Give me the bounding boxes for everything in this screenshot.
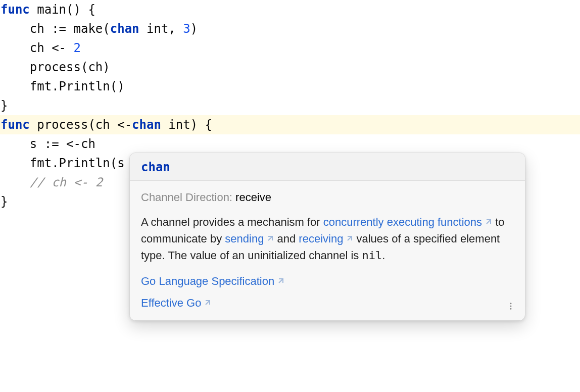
channel-direction-label: Channel Direction: <box>141 191 232 204</box>
link-sending[interactable]: sending <box>225 232 274 245</box>
code-text: ) <box>190 22 198 36</box>
code-line[interactable]: } <box>0 96 580 115</box>
number-literal: 3 <box>183 22 190 36</box>
popup-description: A channel provides a mechanism for concu… <box>141 214 514 264</box>
keyword-chan: chan <box>110 22 139 36</box>
code-text: process(ch <- <box>30 118 132 132</box>
channel-direction-value: receive <box>235 191 271 204</box>
code-editor[interactable]: func main() { ch := make(chan int, 3) ch… <box>0 0 580 211</box>
code-line[interactable]: ch <- 2 <box>0 38 580 58</box>
code-line[interactable]: s := <-ch <box>0 134 580 154</box>
code-line[interactable]: ch := make(chan int, 3) <box>0 19 580 38</box>
comment: // ch <- 2 <box>1 175 103 189</box>
external-link-icon <box>345 231 353 239</box>
keyword-func: func <box>1 3 30 17</box>
desc-text: . <box>382 249 385 262</box>
code-text: } <box>1 194 8 209</box>
link-receiving[interactable]: receiving <box>299 232 353 245</box>
external-link-icon <box>276 273 284 281</box>
kebab-menu-icon <box>506 302 515 311</box>
code-text: main() { <box>30 3 95 17</box>
keyword-func: func <box>1 118 30 132</box>
code-text: fmt.Println(s <box>1 156 125 170</box>
link-concurrent-functions[interactable]: concurrently executing functions <box>323 216 492 228</box>
popup-body: Channel Direction: receive A channel pro… <box>130 181 525 320</box>
code-text: fmt.Println() <box>1 79 125 93</box>
code-text: ch <- <box>1 41 74 55</box>
code-line[interactable]: func main() { <box>0 0 580 19</box>
desc-text: and <box>277 232 299 245</box>
code-line[interactable]: process(ch) <box>0 58 580 77</box>
number-literal: 2 <box>74 41 81 55</box>
external-link-icon <box>266 231 274 239</box>
svg-point-1 <box>510 306 512 307</box>
popup-title: chan <box>141 160 170 174</box>
code-text: } <box>1 99 8 113</box>
code-text: int) { <box>161 118 212 132</box>
link-go-spec[interactable]: Go Language Specification <box>141 273 514 289</box>
keyword-chan: chan <box>132 118 161 132</box>
code-text: ch := make( <box>1 22 110 36</box>
external-link-icon <box>203 295 211 303</box>
external-link-icon <box>484 214 492 222</box>
link-effective-go[interactable]: Effective Go <box>141 295 514 311</box>
code-text: int, <box>139 22 183 36</box>
code-line-highlighted[interactable]: func process(ch <-chan int) { <box>0 115 580 134</box>
code-line[interactable]: fmt.Println() <box>0 77 580 96</box>
more-options-button[interactable] <box>504 299 518 313</box>
nil-literal: nil <box>362 249 382 262</box>
quick-doc-popup: chan Channel Direction: receive A channe… <box>129 153 525 321</box>
reference-links: Go Language Specification Effective Go <box>141 273 514 311</box>
code-text: s := <-ch <box>1 137 95 151</box>
channel-direction-row: Channel Direction: receive <box>141 189 514 206</box>
svg-point-2 <box>510 308 512 310</box>
popup-header: chan <box>130 153 525 181</box>
svg-point-0 <box>510 303 512 304</box>
code-text: process(ch) <box>1 60 110 74</box>
desc-text: A channel provides a mechanism for <box>141 216 323 228</box>
